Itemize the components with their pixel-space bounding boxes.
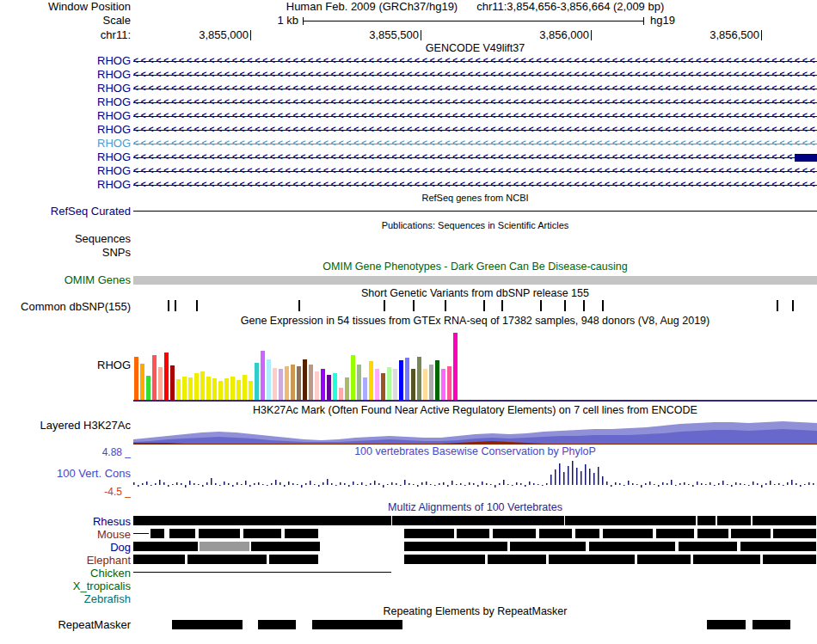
snp-variant-tick[interactable] [413,300,415,311]
gtex-tissue-bar[interactable] [267,359,271,400]
omim-track-label[interactable]: OMIM Genes [0,273,133,287]
alignment-segment[interactable] [549,555,635,564]
gtex-tissue-bar[interactable] [243,375,247,400]
alignment-segment[interactable] [493,529,536,538]
alignment-segment[interactable] [187,555,267,564]
multiz-track[interactable]: RhesusMouseDogElephantChickenX_tropicali… [0,515,817,605]
gtex-tissue-bar[interactable] [230,377,235,400]
gene-label[interactable]: RHOG [0,82,133,95]
gene-label[interactable]: RHOG [0,150,133,164]
snp-variant-tick[interactable] [168,300,169,311]
gene-label[interactable]: RHOG [0,164,133,178]
refseq-track-label[interactable]: RefSeq Curated [0,205,133,218]
alignment-segment[interactable] [133,542,198,551]
alignment-track[interactable] [133,580,817,592]
gtex-tissue-bar[interactable] [303,359,307,400]
gtex-tissue-bar[interactable] [182,377,187,400]
snp-variant-tick[interactable] [540,300,542,311]
gene-model[interactable]: <<<<<<<<<<<<<<<<<<<<<<<<<<<<<<<<<<<<<<<<… [133,95,817,109]
sequences-track[interactable] [133,232,817,246]
alignment-segment[interactable] [697,529,728,538]
gtex-tissue-bar[interactable] [152,355,157,400]
sequences-track-label[interactable]: Sequences [0,232,133,246]
refseq-track[interactable] [133,205,817,218]
snp-variant-tick[interactable] [602,300,604,311]
gtex-tissue-bar[interactable] [387,367,391,400]
gene-model[interactable]: <<<<<<<<<<<<<<<<<<<<<<<<<<<<<<<<<<<<<<<<… [133,164,817,178]
gtex-tissue-bar[interactable] [381,373,385,400]
gtex-tissue-bar[interactable] [315,371,319,400]
gtex-tissue-bar[interactable] [309,365,313,400]
alignment-segment[interactable] [457,529,489,538]
gtex-tissue-bar[interactable] [369,361,373,400]
snp-variant-tick[interactable] [583,300,585,311]
phylop-content[interactable]: 100 vertebrates Basewise Conservation by… [133,445,817,500]
species-label[interactable]: Chicken [0,567,133,580]
gtex-gene-label[interactable]: RHOG [0,328,133,402]
gene-label[interactable]: RHOG [0,68,133,82]
snp-variant-tick[interactable] [196,300,198,311]
gene-label[interactable]: RHOG [0,95,133,109]
species-label[interactable]: Zebrafish [0,592,133,605]
alignment-segment[interactable] [199,529,240,538]
dbsnp-track[interactable] [133,299,817,314]
gtex-tissue-bar[interactable] [206,377,211,400]
gtex-tissue-bar[interactable] [249,381,253,400]
gtex-tissue-bar[interactable] [351,355,355,400]
species-label[interactable]: Mouse [0,528,133,541]
gtex-tissue-bar[interactable] [333,373,337,400]
snp-variant-tick[interactable] [384,300,385,311]
gene-label[interactable]: RHOG [0,137,133,150]
alignment-segment[interactable] [488,555,546,564]
gene-model[interactable]: <<<<<<<<<<<<<<<<<<<<<<<<<<<<<<<<<<<<<<<<… [133,178,817,192]
gene-label[interactable]: RHOG [0,123,133,137]
gtex-tissue-bar[interactable] [140,364,144,400]
alignment-segment[interactable] [133,555,185,564]
alignment-segment[interactable] [285,529,318,538]
gtex-tissue-bar[interactable] [164,353,169,400]
alignment-segment[interactable] [565,516,696,525]
alignment-segment[interactable] [404,555,485,564]
omim-track[interactable] [133,273,817,287]
gtex-tissue-bar[interactable] [297,366,301,400]
gtex-tissue-bar[interactable] [146,376,150,400]
gtex-tissue-bar[interactable] [194,373,199,400]
gtex-tissue-bar[interactable] [375,369,379,400]
alignment-segment[interactable] [693,555,760,564]
gtex-tissue-bar[interactable] [441,369,445,400]
gtex-chart[interactable] [133,328,817,402]
alignment-segment[interactable] [133,516,391,525]
snp-variant-tick[interactable] [564,300,566,311]
alignment-segment[interactable] [404,529,454,538]
gtex-tissue-bar[interactable] [357,365,361,400]
gtex-tissue-bar[interactable] [134,357,138,400]
gene-label[interactable]: RHOG [0,178,133,192]
species-label[interactable]: Dog [0,541,133,554]
snps-track[interactable] [133,246,817,260]
snp-variant-tick[interactable] [175,300,176,311]
gtex-tissue-bar[interactable] [236,380,241,400]
alignment-track[interactable] [133,515,817,528]
gtex-tissue-bar[interactable] [321,369,325,400]
repeatmasker-track[interactable] [133,618,817,632]
alignment-segment[interactable] [539,529,572,538]
gtex-tissue-bar[interactable] [170,365,175,400]
alignment-segment[interactable] [740,542,816,551]
gtex-tissue-bar[interactable] [285,366,289,400]
alignment-segment[interactable] [243,529,281,538]
h3k27ac-track[interactable] [133,419,817,445]
alignment-segment[interactable] [269,555,318,564]
alignment-track[interactable] [133,592,817,605]
repeat-element[interactable] [172,620,243,629]
alignment-segment[interactable] [763,555,816,564]
h3k27ac-track-label[interactable]: Layered H3K27Ac [0,419,133,445]
alignment-segment[interactable] [637,555,691,564]
gtex-tissue-bar[interactable] [423,369,427,400]
gtex-tissue-bar[interactable] [327,375,331,400]
alignment-segment[interactable] [251,542,320,551]
gene-model[interactable]: <<<<<<<<<<<<<<<<<<<<<<<<<<<<<<<<<<<<<<<<… [133,82,817,95]
gtex-tissue-bar[interactable] [158,367,163,400]
snp-variant-tick[interactable] [777,300,778,311]
alignment-segment[interactable] [575,529,599,538]
gtex-tissue-bar[interactable] [200,371,205,400]
